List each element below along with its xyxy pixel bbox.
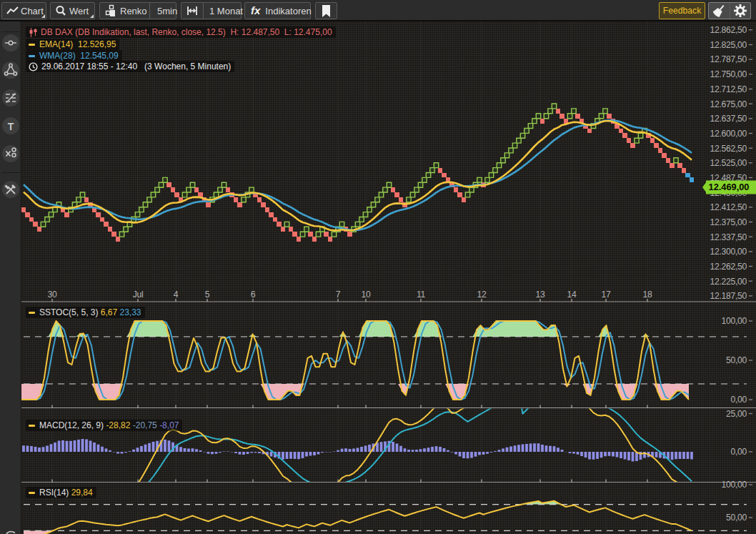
svg-text:13: 13 bbox=[536, 290, 545, 300]
svg-text:7: 7 bbox=[336, 290, 341, 300]
svg-text:12.412,50: 12.412,50 bbox=[710, 202, 747, 212]
svg-text:50,00: 50,00 bbox=[726, 513, 747, 523]
svg-text:12.337,50: 12.337,50 bbox=[710, 232, 747, 242]
svg-text:12.225,00: 12.225,00 bbox=[710, 277, 747, 287]
svg-text:50,00: 50,00 bbox=[726, 355, 747, 365]
svg-text:12.469,00: 12.469,00 bbox=[709, 182, 750, 192]
svg-text:12.375,00: 12.375,00 bbox=[710, 217, 747, 227]
svg-text:17: 17 bbox=[602, 290, 611, 300]
svg-text:T: T bbox=[8, 121, 14, 132]
svg-text:12.712,50: 12.712,50 bbox=[710, 84, 747, 94]
svg-text:10: 10 bbox=[362, 290, 371, 300]
svg-text:12.750,00: 12.750,00 bbox=[710, 69, 747, 79]
svg-text:11: 11 bbox=[417, 290, 426, 300]
svg-text:12.187,50: 12.187,50 bbox=[710, 291, 747, 301]
svg-text:0,00: 0,00 bbox=[730, 447, 747, 457]
svg-text:12.675,00: 12.675,00 bbox=[710, 99, 747, 109]
svg-text:4: 4 bbox=[174, 290, 179, 300]
svg-text:12.825,00: 12.825,00 bbox=[710, 40, 747, 50]
svg-text:0,00: 0,00 bbox=[730, 395, 747, 405]
svg-text:30: 30 bbox=[48, 290, 57, 300]
svg-text:5: 5 bbox=[205, 290, 210, 300]
svg-text:12: 12 bbox=[477, 290, 487, 300]
svg-text:12.562,50: 12.562,50 bbox=[710, 144, 747, 154]
svg-text:18: 18 bbox=[643, 290, 652, 300]
svg-text:12.637,50: 12.637,50 bbox=[710, 114, 747, 124]
svg-text:12.300,00: 12.300,00 bbox=[710, 247, 747, 257]
svg-text:25,00: 25,00 bbox=[726, 409, 747, 419]
svg-text:12.262,50: 12.262,50 bbox=[710, 262, 747, 272]
svg-text:12.525,00: 12.525,00 bbox=[710, 158, 747, 168]
svg-text:Jul: Jul bbox=[133, 290, 144, 300]
svg-text:100,00: 100,00 bbox=[722, 480, 747, 490]
svg-text:14: 14 bbox=[567, 290, 577, 300]
svg-text:6: 6 bbox=[251, 290, 256, 300]
svg-text:12.787,50: 12.787,50 bbox=[710, 54, 747, 64]
svg-text:12.600,00: 12.600,00 bbox=[710, 129, 747, 139]
svg-text:12.862,50: 12.862,50 bbox=[710, 25, 747, 35]
svg-text:100,00: 100,00 bbox=[722, 316, 747, 326]
